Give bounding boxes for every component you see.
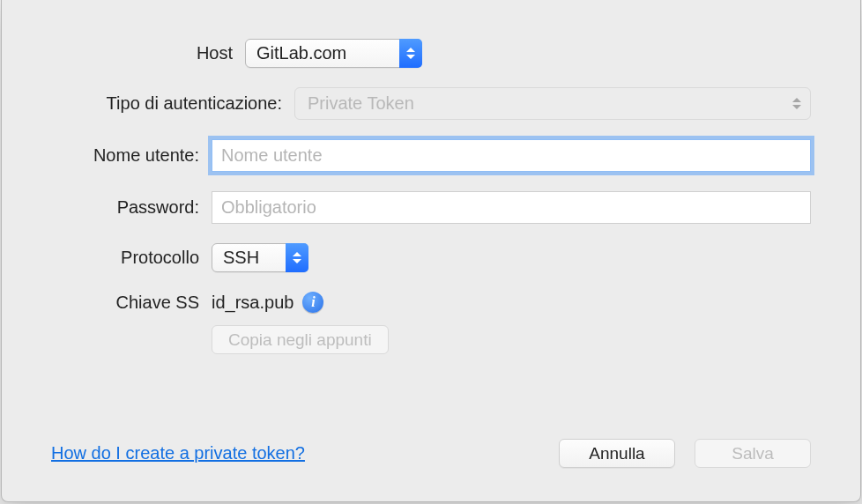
auth-type-label: Tipo di autenticazione: <box>51 93 294 114</box>
host-select-value: GitLab.com <box>256 43 399 63</box>
auth-type-select[interactable]: Private Token <box>294 87 811 120</box>
copy-to-clipboard-button[interactable]: Copia negli appunti <box>212 325 389 354</box>
host-label: Host <box>51 43 245 63</box>
auth-dialog: Host GitLab.com Tipo di autenticazione: … <box>1 0 861 502</box>
ssh-key-file: id_rsa.pub <box>212 293 294 313</box>
host-select[interactable]: GitLab.com <box>245 39 422 68</box>
cancel-button[interactable]: Annulla <box>559 439 675 468</box>
username-input[interactable] <box>212 139 811 172</box>
chevrons-icon <box>399 39 422 68</box>
ssh-key-label: Chiave SS <box>51 293 212 313</box>
protocol-select-value: SSH <box>223 248 286 268</box>
protocol-label: Protocollo <box>51 248 212 268</box>
chevrons-icon <box>286 243 308 272</box>
help-link[interactable]: How do I create a private token? <box>51 443 305 463</box>
chevrons-icon <box>792 98 801 109</box>
info-icon[interactable]: i <box>302 292 323 313</box>
password-label: Password: <box>51 197 212 218</box>
auth-type-value: Private Token <box>308 93 414 114</box>
password-input[interactable] <box>212 191 811 224</box>
save-button[interactable]: Salva <box>695 439 811 468</box>
username-label: Nome utente: <box>51 145 212 166</box>
protocol-select[interactable]: SSH <box>212 243 308 272</box>
